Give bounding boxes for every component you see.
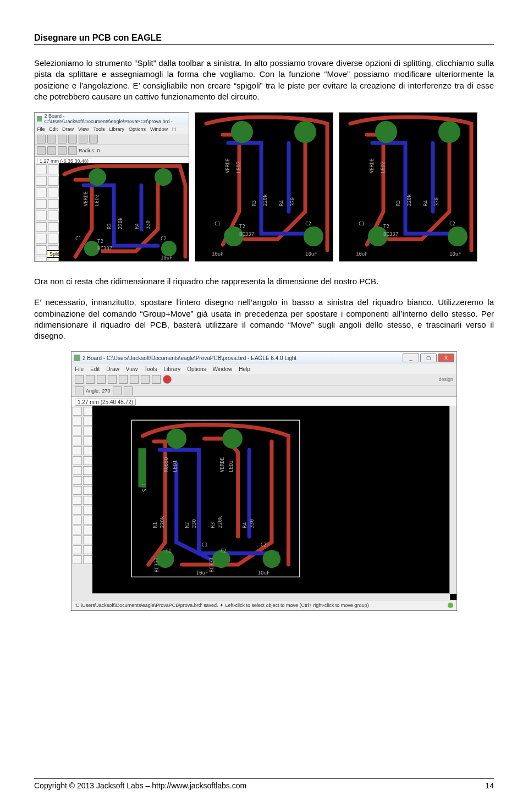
tool[interactable] bbox=[83, 466, 92, 475]
tool-icon[interactable] bbox=[47, 135, 56, 143]
tool[interactable] bbox=[83, 555, 92, 564]
tool[interactable] bbox=[83, 446, 92, 455]
tool[interactable] bbox=[73, 486, 82, 495]
tool[interactable] bbox=[83, 506, 92, 515]
tool[interactable] bbox=[83, 437, 92, 445]
tool-icon[interactable] bbox=[141, 375, 150, 384]
menu-tools[interactable]: Tools bbox=[144, 366, 157, 372]
tool[interactable] bbox=[73, 526, 82, 534]
tool-icon[interactable] bbox=[89, 135, 98, 143]
menubar[interactable]: File Edit Draw View Tools Library Option… bbox=[35, 125, 189, 134]
maximize-button[interactable]: ▢ bbox=[420, 353, 437, 362]
stop-icon[interactable] bbox=[163, 375, 172, 384]
menu-window[interactable]: Window bbox=[150, 126, 168, 132]
menu-file[interactable]: File bbox=[37, 126, 45, 132]
tool-icon[interactable] bbox=[119, 375, 128, 384]
option-icon[interactable] bbox=[68, 146, 77, 155]
menu-draw[interactable]: Draw bbox=[62, 126, 74, 132]
tool-icon[interactable] bbox=[108, 375, 117, 384]
tool-icon[interactable] bbox=[152, 375, 161, 384]
option-icon[interactable] bbox=[113, 386, 122, 395]
tool[interactable] bbox=[36, 187, 47, 197]
main-toolbar[interactable]: design bbox=[72, 374, 457, 385]
minimize-button[interactable]: _ bbox=[403, 353, 419, 362]
tool[interactable] bbox=[83, 486, 92, 495]
tool[interactable] bbox=[73, 545, 82, 554]
tool[interactable] bbox=[83, 545, 92, 554]
option-icon[interactable] bbox=[58, 146, 67, 155]
split-tool[interactable] bbox=[36, 257, 47, 262]
angle-value[interactable]: 270 bbox=[102, 388, 111, 394]
menu-library[interactable]: Library bbox=[164, 366, 181, 372]
tool[interactable] bbox=[36, 164, 47, 174]
tool-icon[interactable] bbox=[86, 375, 95, 384]
tool[interactable] bbox=[73, 506, 82, 515]
tool[interactable] bbox=[83, 516, 92, 524]
tool[interactable] bbox=[36, 211, 47, 220]
options-toolbar[interactable]: Radius: 0 bbox=[35, 145, 189, 157]
menu-draw[interactable]: Draw bbox=[106, 366, 119, 372]
pcb-workarea[interactable]: SL1 ROSSO LED1 VERDE LED2 R1 220k R2 330… bbox=[92, 406, 457, 600]
tool[interactable] bbox=[73, 535, 82, 544]
close-button[interactable]: X bbox=[438, 353, 454, 362]
menu-tools[interactable]: Tools bbox=[93, 126, 105, 132]
tool[interactable] bbox=[73, 466, 82, 475]
tool[interactable] bbox=[73, 496, 82, 505]
option-icon[interactable] bbox=[47, 146, 56, 155]
tool-icon[interactable] bbox=[37, 135, 46, 143]
tool-icon[interactable] bbox=[68, 135, 77, 143]
menu-view[interactable]: View bbox=[78, 126, 89, 132]
tool[interactable] bbox=[73, 427, 82, 435]
tool[interactable] bbox=[83, 427, 92, 435]
tool[interactable] bbox=[36, 176, 47, 186]
option-icon[interactable] bbox=[75, 386, 84, 395]
tool[interactable] bbox=[48, 234, 59, 244]
tool[interactable] bbox=[83, 407, 92, 416]
tool[interactable] bbox=[83, 496, 92, 505]
tool[interactable] bbox=[73, 516, 82, 524]
menu-file[interactable]: File bbox=[75, 366, 84, 372]
tool[interactable] bbox=[36, 245, 47, 255]
tool[interactable] bbox=[36, 222, 47, 232]
tool-icon[interactable] bbox=[58, 135, 67, 143]
main-toolbar[interactable] bbox=[35, 134, 189, 145]
tool[interactable] bbox=[36, 234, 47, 244]
tool[interactable] bbox=[73, 446, 82, 455]
tool[interactable] bbox=[36, 199, 47, 209]
tool[interactable] bbox=[48, 176, 59, 186]
tool[interactable] bbox=[83, 526, 92, 534]
tool[interactable] bbox=[83, 535, 92, 544]
menu-help[interactable]: H bbox=[172, 126, 176, 132]
menu-edit[interactable]: Edit bbox=[50, 126, 58, 132]
tool[interactable] bbox=[83, 476, 92, 485]
menu-view[interactable]: View bbox=[126, 366, 138, 372]
vertical-scrollbar[interactable] bbox=[449, 406, 457, 594]
left-toolbar[interactable] bbox=[35, 163, 62, 261]
tool[interactable] bbox=[48, 199, 59, 209]
tool[interactable] bbox=[73, 456, 82, 465]
options-toolbar[interactable]: Angle: 270 bbox=[72, 385, 457, 397]
tool-icon[interactable] bbox=[79, 135, 87, 143]
menu-options[interactable]: Options bbox=[129, 126, 146, 132]
menu-help[interactable]: Help bbox=[239, 366, 250, 372]
tool[interactable] bbox=[48, 164, 59, 174]
tool[interactable] bbox=[48, 187, 59, 197]
tool-icon[interactable] bbox=[97, 375, 106, 384]
tool-icon[interactable] bbox=[130, 375, 139, 384]
left-toolbar[interactable] bbox=[72, 406, 95, 600]
tool[interactable] bbox=[83, 456, 92, 465]
menu-window[interactable]: Window bbox=[213, 366, 233, 372]
pcb-workarea[interactable]: VERDE LED2 R3 220k R4 330 C1 T2 BC337 C2… bbox=[59, 163, 189, 261]
tool-icon[interactable] bbox=[75, 375, 84, 384]
tool[interactable] bbox=[83, 417, 92, 426]
option-icon[interactable] bbox=[37, 146, 46, 155]
menubar[interactable]: File Edit Draw View Tools Library Option… bbox=[72, 364, 457, 374]
radius-value[interactable]: 0 bbox=[97, 148, 100, 153]
menu-edit[interactable]: Edit bbox=[90, 366, 100, 372]
tool[interactable] bbox=[73, 555, 82, 564]
option-icon[interactable] bbox=[124, 386, 133, 395]
tool[interactable] bbox=[73, 417, 82, 426]
menu-options[interactable]: Options bbox=[187, 366, 206, 372]
menu-library[interactable]: Library bbox=[109, 126, 124, 132]
tool[interactable] bbox=[73, 476, 82, 485]
